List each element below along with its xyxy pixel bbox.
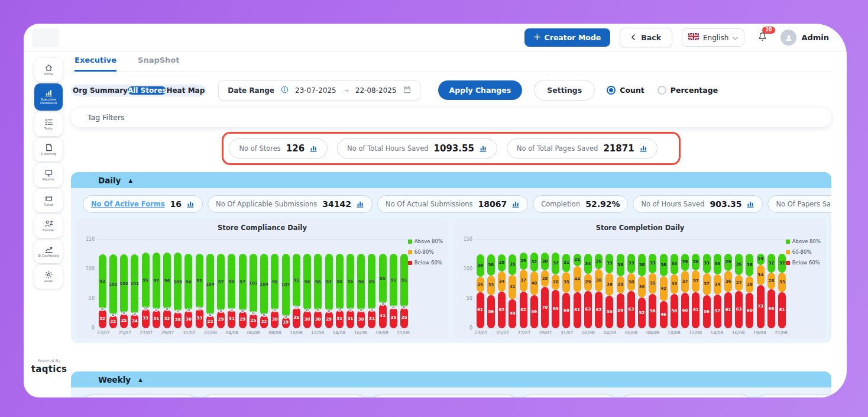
- stacked-bar: 564032: [529, 240, 539, 328]
- stat-value: 16: [170, 199, 182, 209]
- tab-executive[interactable]: Executive: [75, 56, 116, 72]
- bar-value-label: 0: [197, 306, 202, 311]
- radio-count[interactable]: Count: [607, 86, 644, 95]
- x-axis-tick: [574, 330, 582, 335]
- transfer-icon: [44, 219, 53, 228]
- sidebar-item-home[interactable]: Home: [34, 58, 63, 82]
- language-selector[interactable]: English: [682, 28, 744, 47]
- bar-value-label: 61: [726, 308, 731, 312]
- stacked-bar: 623429: [496, 240, 507, 328]
- collapse-caret-icon[interactable]: ▲: [138, 377, 142, 383]
- uk-flag-icon: [688, 33, 699, 42]
- bar-segment-below-60: 62: [498, 292, 506, 328]
- bar-value-label: 97: [153, 279, 159, 283]
- bar-value-label: 63: [629, 308, 634, 312]
- stacked-bar: 32093: [97, 240, 108, 328]
- tag-filters-bar[interactable]: Tag Filters: [71, 108, 831, 127]
- bar-segment-60-80: 34: [498, 271, 506, 292]
- sidebar-item-reports[interactable]: Reports: [34, 163, 63, 187]
- daily-section-header[interactable]: Daily ▲: [71, 172, 831, 188]
- bar-segment-below-60: 30: [314, 311, 322, 328]
- sidebar-item-bi-dashboard[interactable]: BI Dashboard: [34, 240, 63, 263]
- bar-value-label: 29: [617, 283, 623, 287]
- bar-chart-icon[interactable]: [512, 201, 520, 208]
- user-menu[interactable]: Admin: [780, 30, 829, 46]
- notification-bell[interactable]: 20: [757, 31, 767, 44]
- bar-chart-icon[interactable]: [310, 146, 318, 152]
- creator-mode-button[interactable]: Creator Mode: [524, 28, 611, 47]
- bar-segment-below-60: 32: [163, 309, 171, 328]
- back-button[interactable]: Back: [620, 28, 672, 47]
- main-content: Executive SnapShot Org Summary All Store…: [71, 53, 831, 397]
- bar-segment-below-60: 60: [562, 293, 570, 328]
- bar-segment-below-60: 55: [605, 296, 613, 328]
- stacked-bar: 31095: [226, 240, 237, 328]
- bar-value-label: 0: [348, 308, 352, 312]
- bar-value-label: 61: [574, 308, 580, 312]
- bar-value-label: 0: [186, 308, 191, 312]
- date-start[interactable]: 23-07-2025: [295, 86, 336, 95]
- stacked-bar: 733419: [755, 240, 766, 328]
- date-end[interactable]: 22-08-2025: [355, 86, 397, 95]
- collapse-caret-icon[interactable]: ▲: [128, 177, 132, 183]
- bar-value-label: 33: [196, 316, 202, 321]
- sidebar-item-tasks[interactable]: Tasks: [34, 112, 63, 136]
- bar-segment-below-60: 32: [99, 309, 106, 328]
- stacked-bar: 280100: [173, 240, 183, 328]
- x-axis-tick: [281, 330, 290, 335]
- bar-segment-above-80: 97: [217, 254, 225, 311]
- sidebar-item-e-learning[interactable]: E-learning: [34, 138, 63, 161]
- bar-chart-icon[interactable]: [357, 201, 364, 208]
- bar-chart-icon[interactable]: [640, 146, 647, 152]
- date-range-picker[interactable]: Date Range 23-07-2025 → 22-08-2025: [218, 80, 420, 101]
- x-axis-tick: [744, 330, 753, 335]
- bar-value-label: 0: [359, 308, 364, 312]
- y-axis-tick: 50: [459, 296, 472, 301]
- settings-button[interactable]: Settings: [534, 80, 595, 101]
- sidebar-item-transfer[interactable]: Transfer: [34, 214, 63, 238]
- bar-value-label: 63: [736, 308, 742, 312]
- view-org-summary[interactable]: Org Summary: [73, 86, 128, 95]
- bar-value-label: 96: [186, 280, 192, 285]
- tab-snapshot[interactable]: SnapShot: [138, 56, 179, 72]
- bar-chart-icon[interactable]: [480, 146, 487, 152]
- sidebar-item-executive-dashboard[interactable]: Executive Dashboard: [34, 83, 63, 111]
- view-heat-map[interactable]: Heat Map: [166, 86, 205, 95]
- bar-segment-above-80: 96: [357, 254, 365, 311]
- stat-label[interactable]: No Of Active Forms: [91, 200, 165, 208]
- bar-value-label: 33: [142, 316, 148, 321]
- view-all-stores[interactable]: All Stores: [128, 86, 167, 95]
- legend-item-60-80: 60-80%: [786, 249, 821, 255]
- stat-value: 34142: [322, 199, 351, 209]
- sidebar-item-asset[interactable]: Asset: [34, 265, 63, 289]
- bar-value-label: 24: [132, 319, 138, 324]
- chart-title: Store Completion Daily: [458, 224, 822, 232]
- bar-segment-below-60: 31: [153, 310, 160, 328]
- sidebar-item-ticket[interactable]: Ticket: [34, 189, 63, 212]
- stacked-bar: 250101: [248, 240, 258, 328]
- chart-legend: Above 80%60-80%Below 60%: [786, 238, 821, 266]
- bar-value-label: 0: [294, 305, 299, 309]
- bar-value-label: 33: [607, 261, 613, 266]
- bar-value-label: 100: [119, 282, 128, 286]
- weekly-section-header[interactable]: Weekly ▲: [71, 371, 831, 387]
- apply-changes-button[interactable]: Apply Changes: [438, 80, 523, 100]
- info-icon[interactable]: [281, 86, 289, 95]
- bar-segment-below-60: 65: [552, 290, 559, 328]
- daily-section-title: Daily: [98, 176, 121, 185]
- radio-percentage[interactable]: Percentage: [658, 86, 718, 95]
- stacked-bar: 494135: [507, 240, 518, 328]
- chevron-left-icon: [631, 33, 636, 42]
- date-range-label: Date Range: [228, 86, 274, 95]
- bar-segment-60-80: 33: [487, 276, 495, 295]
- x-axis-tick: [723, 330, 732, 335]
- bar-segment-60-80: 34: [757, 265, 765, 285]
- bar-value-label: 101: [131, 282, 140, 286]
- calendar-icon[interactable]: [403, 86, 411, 95]
- x-axis-tick: 25/07: [118, 330, 131, 335]
- e-learning-icon: [44, 143, 53, 152]
- x-axis-tick: 14/08: [333, 330, 346, 335]
- bar-chart-icon[interactable]: [747, 201, 754, 208]
- bar-chart-icon[interactable]: [187, 201, 195, 208]
- bar-value-label: 29: [585, 280, 591, 285]
